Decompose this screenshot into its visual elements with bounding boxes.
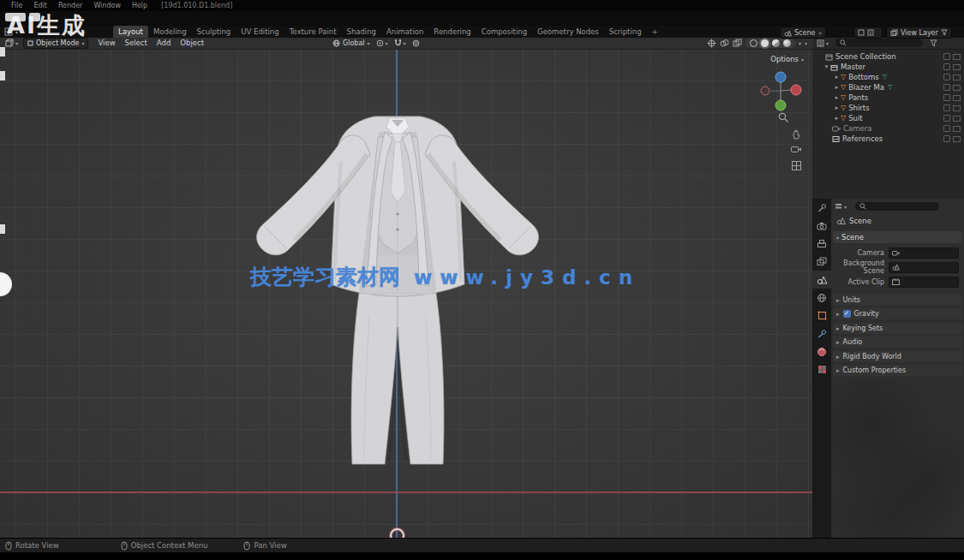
exclude-checkbox[interactable]: [943, 63, 950, 70]
outliner-row-shirts[interactable]: ▸ ▽ Shirts: [812, 103, 964, 113]
visibility-icon[interactable]: [953, 126, 961, 132]
camera-view-icon[interactable]: [791, 145, 802, 153]
properties-tab-texture[interactable]: [812, 360, 831, 378]
viewport-navigation-gizmo[interactable]: [756, 67, 811, 122]
disclosure-icon[interactable]: ▸: [833, 74, 841, 80]
show-overlays-toggle[interactable]: [720, 39, 729, 48]
outliner-row-camera[interactable]: Camera: [812, 123, 964, 134]
exclude-checkbox[interactable]: [943, 125, 950, 132]
toggle-perspective-icon[interactable]: [791, 160, 802, 171]
shading-solid-button[interactable]: [761, 39, 769, 47]
section-keying-sets[interactable]: ▸Keying Sets: [833, 323, 962, 334]
properties-tab-world[interactable]: [812, 289, 831, 307]
disclosure-icon[interactable]: ▸: [833, 104, 841, 111]
menu-file[interactable]: File: [11, 2, 22, 9]
exclude-checkbox[interactable]: [943, 84, 950, 91]
properties-tab-object[interactable]: [812, 307, 831, 325]
visibility-icon[interactable]: [953, 74, 961, 80]
unlink-icon[interactable]: ✕: [817, 30, 822, 36]
outliner-filter-icon[interactable]: [930, 39, 937, 47]
outliner-editor-icon[interactable]: [817, 39, 824, 47]
active-clip-field[interactable]: [889, 277, 959, 288]
section-custom-properties[interactable]: ▸Custom Properties: [833, 365, 962, 376]
tab-texture-paint[interactable]: Texture Paint: [284, 26, 342, 38]
add-workspace-button[interactable]: +: [647, 26, 663, 38]
snap-toggle[interactable]: ▾: [394, 39, 406, 47]
properties-tab-scene[interactable]: [812, 271, 831, 289]
menu-edit[interactable]: Edit: [33, 2, 47, 9]
section-rigid-body-world[interactable]: ▸Rigid Body World: [833, 351, 962, 362]
3d-viewport[interactable]: Options ▾ 技艺学习素材网www.jy3d.cn: [0, 49, 812, 538]
properties-tab-modifiers[interactable]: [812, 325, 831, 343]
visibility-icon[interactable]: [953, 95, 961, 101]
background-scene-field[interactable]: [889, 262, 959, 273]
menu-render[interactable]: Render: [58, 2, 82, 9]
filter-funnel-icon[interactable]: [941, 29, 948, 36]
visibility-icon[interactable]: [953, 85, 961, 91]
orientation-dropdown[interactable]: Global ▾: [332, 39, 370, 47]
section-units[interactable]: ▸Units: [833, 295, 962, 306]
menu-view[interactable]: View: [98, 39, 115, 47]
pan-hand-icon[interactable]: [791, 128, 802, 140]
exclude-checkbox[interactable]: [943, 53, 950, 60]
disclosure-icon[interactable]: ▸: [833, 84, 841, 91]
tab-compositing[interactable]: Compositing: [476, 26, 532, 38]
exclude-checkbox[interactable]: [943, 115, 950, 122]
tab-layout[interactable]: Layout: [113, 26, 148, 38]
properties-tab-material[interactable]: [812, 343, 831, 360]
options-dropdown[interactable]: Options ▾: [770, 55, 804, 63]
exclude-checkbox[interactable]: [943, 94, 950, 101]
menu-help[interactable]: Help: [132, 2, 147, 9]
gizmo-y-axis[interactable]: [775, 100, 786, 110]
view-layer-selector[interactable]: View Layer: [886, 27, 952, 39]
shading-wireframe-button[interactable]: [750, 39, 757, 47]
show-gizmo-toggle[interactable]: [707, 39, 716, 48]
properties-editor-icon[interactable]: [835, 203, 842, 211]
shading-rendered-button[interactable]: [783, 39, 791, 47]
tab-sculpting[interactable]: Sculpting: [192, 26, 237, 38]
camera-field[interactable]: [889, 247, 959, 259]
disclosure-icon[interactable]: ▾: [823, 63, 830, 70]
outliner-row-references[interactable]: References: [812, 134, 964, 144]
tab-geometry-nodes[interactable]: Geometry Nodes: [532, 26, 604, 38]
tab-shading[interactable]: Shading: [341, 26, 381, 38]
gravity-checkbox[interactable]: ✓: [843, 310, 851, 318]
menu-object[interactable]: Object: [180, 39, 204, 47]
visibility-icon[interactable]: [953, 105, 961, 111]
shading-material-button[interactable]: [772, 39, 780, 47]
suit-model[interactable]: [238, 110, 557, 476]
visibility-icon[interactable]: [953, 54, 961, 60]
chevron-down-icon[interactable]: ▾: [844, 204, 847, 210]
tab-modeling[interactable]: Modeling: [148, 26, 192, 38]
gizmo-x-axis[interactable]: [791, 85, 801, 95]
tab-uv-editing[interactable]: UV Editing: [236, 26, 284, 38]
section-audio[interactable]: ▸Audio: [833, 337, 962, 348]
properties-tab-output[interactable]: [812, 235, 831, 253]
scene-buttons[interactable]: [853, 27, 883, 39]
menu-select[interactable]: Select: [125, 39, 147, 47]
gizmo-negative-axis[interactable]: [761, 86, 769, 95]
tab-animation[interactable]: Animation: [381, 26, 428, 38]
xray-toggle[interactable]: [733, 39, 742, 48]
outliner-row-bottoms[interactable]: ▸ ▽ Bottoms ▽: [812, 72, 964, 82]
overlays-dropdown[interactable]: ▾: [805, 40, 807, 46]
outliner-row-scene-collection[interactable]: Scene Collection: [812, 51, 964, 62]
pivot-point-dropdown[interactable]: ▾: [376, 39, 388, 47]
properties-search-input[interactable]: [855, 202, 939, 211]
tab-rendering[interactable]: Rendering: [428, 26, 476, 38]
disclosure-icon[interactable]: ▸: [833, 115, 841, 122]
tab-scripting[interactable]: Scripting: [604, 26, 647, 38]
scene-selector[interactable]: Scene ✕: [780, 27, 826, 39]
outliner-row-suit[interactable]: ▸ ▽ Suit: [812, 113, 964, 123]
properties-tab-render[interactable]: [812, 217, 831, 235]
disclosure-icon[interactable]: ▸: [833, 94, 841, 101]
menu-window[interactable]: Window: [93, 2, 121, 9]
properties-tab-view-layer[interactable]: [812, 253, 831, 271]
exclude-checkbox[interactable]: [943, 104, 950, 111]
visibility-icon[interactable]: [953, 136, 961, 142]
outliner-search-input[interactable]: [835, 39, 923, 47]
section-gravity[interactable]: ▸ ✓ Gravity: [833, 308, 962, 319]
properties-tab-tool[interactable]: [812, 199, 831, 217]
proportional-edit-toggle[interactable]: [412, 39, 420, 47]
outliner-row-blazer[interactable]: ▸ ▽ Blazer Ma ▽: [812, 82, 964, 92]
